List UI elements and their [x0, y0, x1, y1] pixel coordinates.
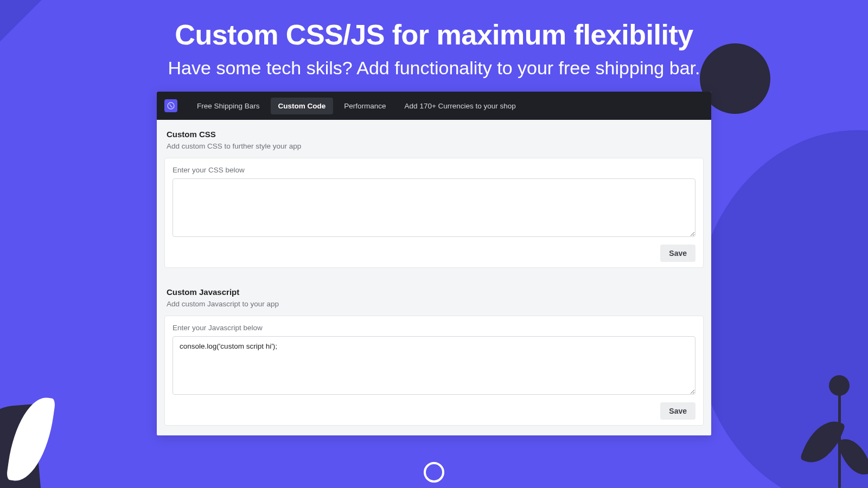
- css-textarea[interactable]: [173, 178, 695, 237]
- section-title-css: Custom CSS: [167, 130, 701, 139]
- section-desc-css: Add custom CSS to further style your app: [167, 142, 701, 150]
- card-js: Enter your Javascript below Save: [164, 316, 704, 426]
- nav-tab-performance[interactable]: Performance: [336, 98, 393, 114]
- bg-plant-bottom-right: [765, 369, 863, 488]
- app-logo-icon: [164, 99, 177, 112]
- section-title-js: Custom Javascript: [167, 287, 701, 297]
- nav-tab-custom-code[interactable]: Custom Code: [271, 98, 334, 114]
- nav-tab-shipping-bars[interactable]: Free Shipping Bars: [189, 98, 267, 114]
- field-label-js: Enter your Javascript below: [173, 324, 695, 332]
- nav-tab-currencies[interactable]: Add 170+ Currencies to your shop: [397, 98, 524, 114]
- js-textarea[interactable]: [173, 336, 695, 395]
- hero-subhead: Have some tech skils? Add functionality …: [0, 57, 868, 79]
- section-header-css: Custom CSS Add custom CSS to further sty…: [157, 120, 711, 152]
- save-js-button[interactable]: Save: [660, 402, 695, 420]
- save-css-button[interactable]: Save: [660, 245, 695, 262]
- field-label-css: Enter your CSS below: [173, 166, 695, 174]
- bg-ring-icon: [424, 462, 444, 483]
- section-header-js: Custom Javascript Add custom Javascript …: [157, 278, 711, 310]
- section-desc-js: Add custom Javascript to your app: [167, 300, 701, 308]
- hero-headline: Custom CSS/JS for maximum flexibility: [0, 0, 868, 51]
- app-window: Free Shipping Bars Custom Code Performan…: [157, 92, 711, 435]
- card-css: Enter your CSS below Save: [164, 158, 704, 268]
- navbar: Free Shipping Bars Custom Code Performan…: [157, 92, 711, 120]
